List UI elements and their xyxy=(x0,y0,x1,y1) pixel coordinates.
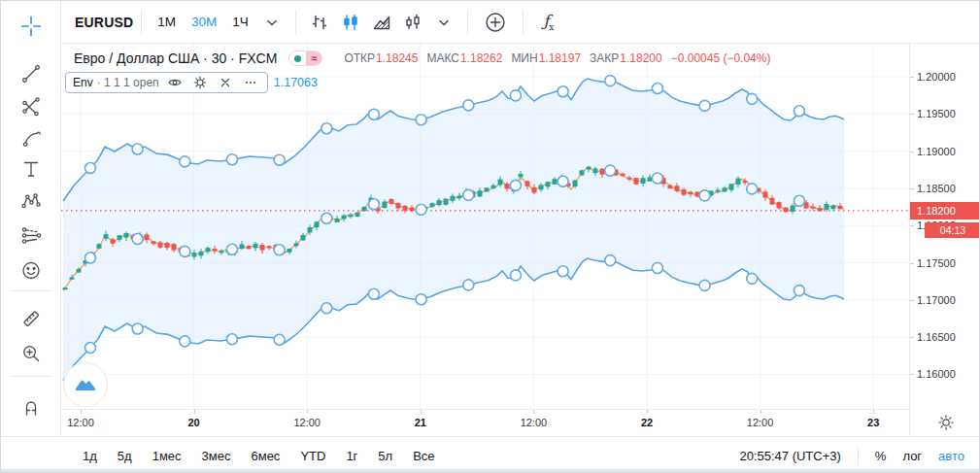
range-button-5л[interactable]: 5л xyxy=(378,449,392,463)
open-label: ОТКР xyxy=(344,51,375,65)
price-axis-tick xyxy=(910,225,914,226)
high-label: МАКС xyxy=(426,51,459,65)
emoji-icon[interactable] xyxy=(17,256,45,284)
projection-icon[interactable] xyxy=(17,221,45,249)
bottom-toolbar: 1д5д1мес3мес6месYTD1г5лВсе 20:55:47 (UTC… xyxy=(1,436,979,473)
top-toolbar: EURUSD 1M 30M 1Ч ƒx xyxy=(61,1,979,44)
magnet-icon[interactable] xyxy=(17,392,45,420)
price-axis-tick xyxy=(910,114,914,115)
indicator-value: 1.17063 xyxy=(274,76,318,89)
ruler-icon[interactable] xyxy=(17,305,45,332)
indicator-legend: Env · 1 1 1 open 1.17063 xyxy=(65,72,318,93)
price-axis-tick xyxy=(910,337,914,338)
price-axis-tick xyxy=(910,374,914,375)
crosshair-icon[interactable] xyxy=(17,13,45,40)
percent-scale-button[interactable]: % xyxy=(875,449,887,463)
indicator-row[interactable]: Env · 1 1 1 open xyxy=(65,72,268,93)
time-axis-tick xyxy=(760,410,761,414)
symbol-title[interactable]: Евро / Доллар США · 30 · FXCM xyxy=(74,51,277,66)
chart-style-chevron-down-icon[interactable] xyxy=(430,9,457,36)
range-button-1д[interactable]: 1д xyxy=(83,449,97,463)
time-axis-label: 21 xyxy=(415,417,426,428)
price-axis-tick xyxy=(910,263,914,264)
range-button-5д[interactable]: 5д xyxy=(118,449,132,463)
market-status-badge[interactable]: ≈ xyxy=(288,51,322,66)
trend-line-icon[interactable] xyxy=(17,60,45,87)
xabcd-pattern-icon[interactable] xyxy=(17,187,45,215)
time-axis-tick xyxy=(421,410,422,414)
auto-scale-button[interactable]: авто xyxy=(938,449,964,463)
timeframe-1h[interactable]: 1Ч xyxy=(232,15,249,29)
tradingview-logo[interactable] xyxy=(63,362,108,407)
price-axis-tick xyxy=(910,188,914,189)
axis-settings-corner[interactable] xyxy=(909,409,980,436)
price-axis-label: 1.18500 xyxy=(917,183,956,194)
eye-icon[interactable] xyxy=(165,75,185,90)
chart-pane[interactable]: Евро / Доллар США · 30 · FXCM ≈ ОТКР 1.1… xyxy=(61,44,909,409)
price-axis-tick xyxy=(910,77,914,78)
zoom-in-icon[interactable] xyxy=(17,340,45,367)
time-axis-label: 12:00 xyxy=(293,417,321,428)
price-axis-label: 1.17000 xyxy=(917,294,956,306)
toolbar-divider xyxy=(467,10,468,35)
brush-icon[interactable] xyxy=(17,124,45,152)
change-value: −0.00045 (−0.04%) xyxy=(671,51,771,65)
time-axis-tick xyxy=(194,410,195,414)
indicator-name: Env xyxy=(73,76,93,89)
compare-add-icon[interactable] xyxy=(482,9,509,36)
indicators-fx-icon[interactable]: ƒx xyxy=(535,9,562,36)
symbol-button[interactable]: EURUSD xyxy=(75,15,133,30)
price-axis-label: 1.19000 xyxy=(917,146,956,157)
range-button-YTD[interactable]: YTD xyxy=(300,449,325,463)
time-axis-tick xyxy=(873,410,874,414)
time-axis-label: 12:00 xyxy=(67,417,94,428)
timeframe-30m[interactable]: 30M xyxy=(191,15,217,29)
price-axis-tick xyxy=(910,300,914,301)
text-tool-icon[interactable] xyxy=(17,155,45,183)
range-button-6мес[interactable]: 6мес xyxy=(251,449,280,463)
chart-style-hollow-candles-icon[interactable] xyxy=(399,9,426,36)
bar-countdown-label: 04:13 xyxy=(925,222,980,238)
time-axis-tick xyxy=(81,410,82,414)
range-button-3мес[interactable]: 3мес xyxy=(202,449,231,463)
chart-style-bars-icon[interactable] xyxy=(306,9,333,36)
time-axis-label: 20 xyxy=(187,417,199,428)
delayed-data-icon: ≈ xyxy=(306,51,321,65)
time-axis-label: 12:00 xyxy=(521,417,548,428)
price-axis-label: 1.16000 xyxy=(917,368,956,380)
sun-icon xyxy=(937,414,955,431)
time-axis-tick xyxy=(533,410,534,414)
open-value: 1.18245 xyxy=(376,51,418,65)
gann-fib-icon[interactable] xyxy=(17,92,45,119)
drawing-toolbar xyxy=(1,1,61,436)
price-axis-tick xyxy=(910,152,914,152)
timeframe-chevron-down-icon[interactable] xyxy=(258,9,286,36)
window-bottom-strip xyxy=(1,469,979,472)
range-button-1г[interactable]: 1г xyxy=(346,449,357,463)
range-button-1мес[interactable]: 1мес xyxy=(152,449,182,463)
price-chart[interactable] xyxy=(61,44,909,409)
low-value: 1.18197 xyxy=(539,51,581,65)
time-axis[interactable]: 12:002012:002112:002212:0023 xyxy=(61,409,909,436)
more-options-icon[interactable] xyxy=(241,75,260,90)
chart-style-candles-icon[interactable] xyxy=(337,9,364,36)
time-axis-label: 12:00 xyxy=(747,417,774,428)
market-open-dot-icon xyxy=(294,55,301,62)
price-axis[interactable]: 1.18200 04:13 1.200001.195001.190001.185… xyxy=(909,44,980,409)
close-icon[interactable] xyxy=(216,75,235,90)
bottombar-divider xyxy=(858,447,859,465)
chart-style-area-icon[interactable] xyxy=(368,9,395,36)
time-axis-label: 22 xyxy=(641,417,653,428)
toolbar-divider xyxy=(141,10,142,35)
close-value: 1.18200 xyxy=(620,51,661,65)
sidebar-divider xyxy=(11,290,51,291)
close-label: ЗАКР xyxy=(590,51,619,65)
timeframe-1m[interactable]: 1M xyxy=(157,15,176,29)
last-price-label: 1.18200 xyxy=(910,202,980,220)
clock-label[interactable]: 20:55:47 (UTC+3) xyxy=(739,449,840,463)
log-scale-button[interactable]: лог xyxy=(902,449,922,463)
gear-icon[interactable] xyxy=(190,75,210,90)
range-button-Все[interactable]: Все xyxy=(413,449,434,463)
date-range-buttons: 1д5д1мес3мес6месYTD1г5лВсе xyxy=(83,449,435,463)
time-axis-label: 23 xyxy=(867,417,879,428)
